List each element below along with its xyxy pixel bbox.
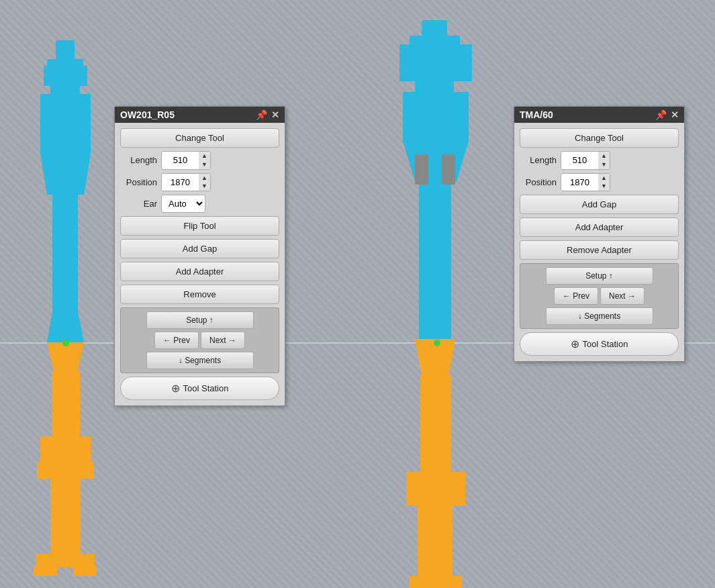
svg-rect-0 [56,40,75,60]
right-length-spinner-btns: ▲ ▼ [598,152,610,169]
right-change-tool-button[interactable]: Change Tool [520,128,679,148]
right-panel-close-icon[interactable]: ✕ [671,109,679,120]
right-length-label: Length [520,155,557,165]
left-length-down[interactable]: ▼ [199,160,210,169]
svg-rect-6 [52,193,78,314]
right-setup-button[interactable]: Setup ↑ [546,267,653,285]
svg-rect-24 [442,154,455,185]
svg-rect-29 [410,576,462,588]
svg-rect-23 [415,154,428,185]
right-next-button[interactable]: Next → [600,287,645,305]
left-segments-button[interactable]: ↓ Segments [146,352,254,369]
right-tool-station-plus-icon: ⊕ [571,338,579,350]
right-segments-button[interactable]: ↓ Segments [546,307,653,325]
right-prev-next-row: ← Prev Next → [554,287,645,305]
left-setup-row: Setup ↑ [146,311,254,329]
left-panel-body: Change Tool Length ▲ ▼ Position ▲ ▼ [115,123,285,405]
left-setup-button[interactable]: Setup ↑ [146,311,254,329]
svg-rect-13 [36,554,95,567]
left-length-spinner-btns: ▲ ▼ [199,152,210,169]
left-change-tool-button[interactable]: Change Tool [120,128,279,148]
left-length-row: Length ▲ ▼ [120,151,279,170]
right-remove-adapter-button[interactable]: Remove Adapter [520,240,679,260]
right-tool-station-label: Tool Station [583,339,628,349]
svg-rect-16 [422,20,447,37]
svg-rect-19 [415,80,454,93]
svg-rect-22 [419,180,451,341]
left-add-gap-button[interactable]: Add Gap [120,239,279,258]
right-panel-icons: 📌 ✕ [655,109,679,120]
left-tool-orange [30,339,104,587]
right-nav-section: Setup ↑ ← Prev Next → ↓ Segments [520,263,679,329]
left-ear-select[interactable]: Auto Left Right None [161,195,205,213]
right-position-down[interactable]: ▼ [598,182,610,191]
left-panel-close-icon[interactable]: ✕ [271,109,279,120]
svg-rect-9 [52,371,80,438]
left-tool-station-label: Tool Station [183,383,229,393]
left-position-label: Position [120,177,157,187]
right-length-up[interactable]: ▲ [598,152,610,160]
svg-rect-12 [50,477,81,557]
left-add-adapter-button[interactable]: Add Adapter [120,262,279,281]
right-segments-row: ↓ Segments [546,307,653,325]
left-tool-station-button[interactable]: ⊕ Tool Station [120,377,279,400]
right-tool-station-button[interactable]: ⊕ Tool Station [520,332,679,356]
left-position-spinner: ▲ ▼ [161,173,211,192]
right-length-spinner: ▲ ▼ [561,151,610,170]
svg-rect-26 [420,375,451,475]
right-add-adapter-button[interactable]: Add Adapter [520,217,679,237]
svg-marker-8 [47,342,84,373]
left-panel: OW201_R05 📌 ✕ Change Tool Length ▲ ▼ Pos… [114,106,285,406]
left-length-up[interactable]: ▲ [199,152,210,160]
right-position-input[interactable] [561,175,598,190]
left-panel-header: OW201_R05 📌 ✕ [115,107,285,123]
left-ear-row: Ear Auto Left Right None [120,195,279,213]
left-position-down[interactable]: ▼ [199,182,210,191]
left-position-row: Position ▲ ▼ [120,173,279,192]
svg-rect-20 [403,92,469,142]
left-prev-next-row: ← Prev Next → [154,332,245,349]
right-position-label: Position [520,177,557,187]
left-position-up[interactable]: ▲ [199,174,210,183]
svg-rect-2 [44,66,87,86]
left-length-label: Length [120,155,157,165]
svg-rect-17 [410,36,460,46]
right-setup-row: Setup ↑ [546,267,653,285]
svg-rect-15 [73,566,97,576]
right-tool-orange [389,339,483,588]
left-flip-tool-button[interactable]: Flip Tool [120,216,279,236]
left-remove-button[interactable]: Remove [120,285,279,304]
right-length-input[interactable] [561,152,598,168]
left-next-button[interactable]: Next → [201,332,245,349]
left-panel-pin-icon[interactable]: 📌 [256,109,267,120]
left-ear-label: Ear [120,199,157,209]
right-panel-body: Change Tool Length ▲ ▼ Position ▲ ▼ Add [514,123,684,361]
svg-marker-5 [40,153,91,195]
right-tool-indicator [434,340,440,346]
right-position-spinner-btns: ▲ ▼ [598,174,610,191]
left-prev-button[interactable]: ← Prev [154,332,199,349]
left-length-spinner: ▲ ▼ [161,151,211,170]
left-length-input[interactable] [162,152,199,168]
left-position-spinner-btns: ▲ ▼ [199,174,210,191]
svg-rect-10 [40,436,91,463]
svg-rect-27 [406,472,465,505]
right-panel-title: TMA/60 [520,109,655,120]
right-length-down[interactable]: ▼ [598,160,610,169]
right-tool-cyan [389,20,483,349]
svg-marker-7 [47,312,84,342]
left-tool-indicator [62,340,69,346]
right-length-row: Length ▲ ▼ [520,151,679,170]
right-position-row: Position ▲ ▼ [520,173,679,192]
left-nav-section: Setup ↑ ← Prev Next → ↓ Segments [120,307,279,373]
right-panel-pin-icon[interactable]: 📌 [655,109,667,120]
left-tool-station-plus-icon: ⊕ [171,382,180,395]
left-panel-icons: 📌 ✕ [256,109,279,120]
right-panel-header: TMA/60 📌 ✕ [514,107,684,123]
left-position-input[interactable] [162,175,199,190]
right-prev-button[interactable]: ← Prev [554,287,598,305]
left-panel-title: OW201_R05 [120,109,256,120]
right-position-up[interactable]: ▲ [598,174,610,183]
right-add-gap-button[interactable]: Add Gap [520,195,679,214]
svg-rect-4 [40,94,91,154]
